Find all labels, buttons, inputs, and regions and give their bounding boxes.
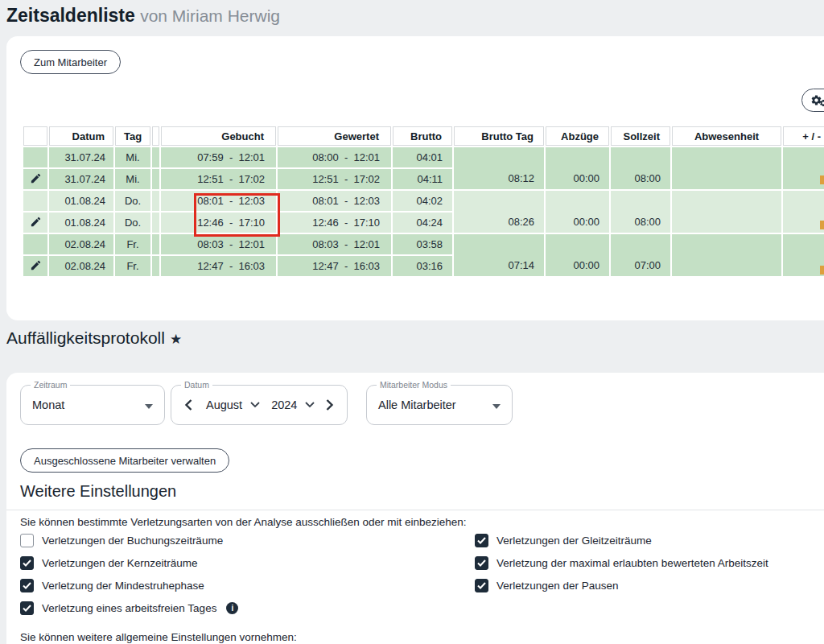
checkbox-icon[interactable]: [20, 534, 34, 547]
chevron-down-icon: [492, 404, 501, 409]
checkbox-max-arbeitszeit[interactable]: Verletzung der maximal erlaubten bewerte…: [475, 556, 768, 570]
cell-gebucht: 12:46 - 17:10: [161, 213, 276, 233]
cell-gewertet: 12:51 - 17:02: [278, 169, 391, 189]
datum-control: Datum August 2024: [171, 385, 348, 425]
cell-plus-minus: [783, 234, 824, 276]
cell-datum: 02.08.24: [49, 234, 113, 254]
checkbox-arbeitsfreier-tag[interactable]: Verletzung eines arbeitsfreien Tages i: [20, 601, 238, 615]
cell-gebucht: 08:03 - 12:01: [161, 234, 276, 254]
chevron-down-icon: [145, 404, 153, 409]
cell-plus-minus: [783, 191, 824, 233]
favorite-star-icon[interactable]: ★: [170, 332, 182, 347]
cell-brutto-tag: 08:26: [454, 191, 544, 233]
settings-footer: Sie können weitere allgemeine Einstellun…: [20, 631, 297, 643]
table-settings-button[interactable]: [801, 89, 824, 112]
col-tag: Tag: [115, 126, 150, 146]
page-title-subtitle: von Miriam Herwig: [140, 6, 280, 25]
zeitraum-select[interactable]: Zeitraum Monat: [20, 385, 165, 425]
col-plus-minus: + / -: [783, 126, 824, 146]
mitarbeiter-modus-label: Mitarbeiter Modus: [377, 380, 451, 390]
cell-brutto: 04:24: [393, 213, 452, 233]
chevron-left-icon[interactable]: [184, 399, 193, 411]
clipped-value-indicator: [820, 221, 824, 229]
cell-gewertet: 08:00 - 12:01: [278, 147, 391, 167]
to-employee-button[interactable]: Zum Mitarbeiter: [20, 50, 121, 74]
day-group: 31.07.24 Mi. 07:59 - 12:01 08:00 - 12:01…: [23, 147, 824, 189]
cell-brutto-tag: 07:14: [454, 234, 544, 276]
year-caret-icon[interactable]: [305, 402, 315, 408]
cell-gebucht: 12:47 - 16:03: [161, 256, 276, 276]
cell-abwesenheit: [672, 234, 781, 276]
cell-sollzeit: 08:00: [611, 147, 670, 189]
cell-gebucht: 08:01 - 12:03: [161, 191, 276, 211]
manage-excluded-button[interactable]: Ausgeschlossene Mitarbeiter verwalten: [20, 448, 229, 473]
col-sollzeit: Sollzeit: [611, 126, 670, 146]
checkbox-kernzeitraeume[interactable]: Verletzungen der Kernzeiträume: [20, 556, 198, 570]
info-icon[interactable]: i: [226, 602, 238, 614]
cell-brutto: 03:58: [393, 234, 452, 254]
col-edit: [23, 126, 47, 146]
checkbox-icon[interactable]: [475, 534, 488, 547]
cell-tag: Do.: [115, 191, 150, 211]
cell-tag: Do.: [115, 213, 150, 233]
section-title-text: Auffälligkeitsprotokoll: [6, 328, 165, 347]
checkbox-icon[interactable]: [20, 556, 34, 570]
col-abzuege: Abzüge: [546, 126, 609, 146]
cell-brutto: 04:01: [393, 147, 452, 167]
checkbox-gleitzeitraeume[interactable]: Verletzungen der Gleitzeiträume: [475, 534, 652, 547]
checkbox-mindestruhephase[interactable]: Verletzung der Mindestruhephase: [20, 579, 204, 592]
page-title-main: Zeitsaldenliste: [6, 5, 135, 26]
checkbox-icon[interactable]: [475, 579, 488, 592]
cell-abwesenheit: [672, 147, 781, 189]
cell-datum: 02.08.24: [49, 256, 113, 276]
cell-gewertet: 08:01 - 12:03: [278, 191, 391, 211]
checkbox-pausen[interactable]: Verletzungen der Pausen: [475, 579, 619, 592]
cell-sollzeit: 07:00: [611, 234, 670, 276]
col-abwesenheit: Abwesenheit: [672, 126, 781, 146]
cell-abwesenheit: [672, 191, 781, 233]
chevron-right-icon[interactable]: [325, 399, 334, 411]
clipped-value-indicator: [820, 266, 824, 275]
year-value[interactable]: 2024: [271, 398, 297, 411]
settings-heading: Weitere Einstellungen: [20, 482, 176, 501]
col-brutto: Brutto: [393, 126, 452, 146]
edit-pencil-icon[interactable]: [30, 216, 42, 228]
cell-brutto: 04:02: [393, 191, 452, 211]
page-title: Zeitsaldenliste von Miriam Herwig: [6, 5, 280, 27]
col-gebucht: Gebucht: [161, 126, 276, 146]
col-spacer: [152, 126, 159, 146]
cell-datum: 01.08.24: [49, 213, 113, 233]
divider: [6, 510, 824, 510]
month-value[interactable]: August: [206, 398, 242, 411]
cell-datum: 01.08.24: [49, 191, 113, 211]
col-brutto-tag: Brutto Tag: [454, 126, 544, 146]
protocol-card: Zeitraum Monat Datum August 2024 Mitarbe…: [6, 373, 824, 644]
edit-pencil-icon[interactable]: [30, 259, 42, 271]
clipped-value-indicator: [820, 175, 824, 184]
edit-pencil-icon[interactable]: [30, 172, 42, 184]
mitarbeiter-modus-select[interactable]: Mitarbeiter Modus Alle Mitarbeiter: [366, 385, 513, 425]
cell-abzuege: 00:00: [546, 191, 609, 233]
table-row: 31.07.24 Mi. 07:59 - 12:01 08:00 - 12:01…: [23, 147, 824, 167]
checkbox-icon[interactable]: [20, 579, 34, 592]
cell-gewertet: 12:47 - 16:03: [278, 256, 391, 276]
settings-intro: Sie können bestimmte Verletzungsarten vo…: [20, 516, 467, 528]
cell-tag: Mi.: [115, 147, 150, 167]
checkbox-buchungszeitraeume[interactable]: Verletzungen der Buchungszeiträume: [20, 534, 223, 547]
col-datum: Datum: [49, 126, 113, 146]
cell-gebucht: 07:59 - 12:01: [161, 147, 276, 167]
cell-datum: 31.07.24: [49, 169, 113, 189]
cell-abzuege: 00:00: [546, 234, 609, 276]
mitarbeiter-modus-value: Alle Mitarbeiter: [378, 398, 456, 411]
checkbox-icon[interactable]: [475, 556, 488, 570]
cell-gewertet: 12:46 - 17:10: [278, 213, 391, 233]
checkbox-icon[interactable]: [20, 601, 34, 615]
cell-plus-minus: [783, 147, 824, 189]
cell-sollzeit: 08:00: [611, 191, 670, 233]
zeitraum-value: Monat: [32, 398, 64, 411]
cell-brutto: 04:11: [393, 169, 452, 189]
month-caret-icon[interactable]: [250, 402, 260, 408]
gears-icon: [810, 94, 824, 107]
cell-brutto: 03:16: [393, 256, 452, 276]
cell-tag: Fr.: [115, 256, 150, 276]
